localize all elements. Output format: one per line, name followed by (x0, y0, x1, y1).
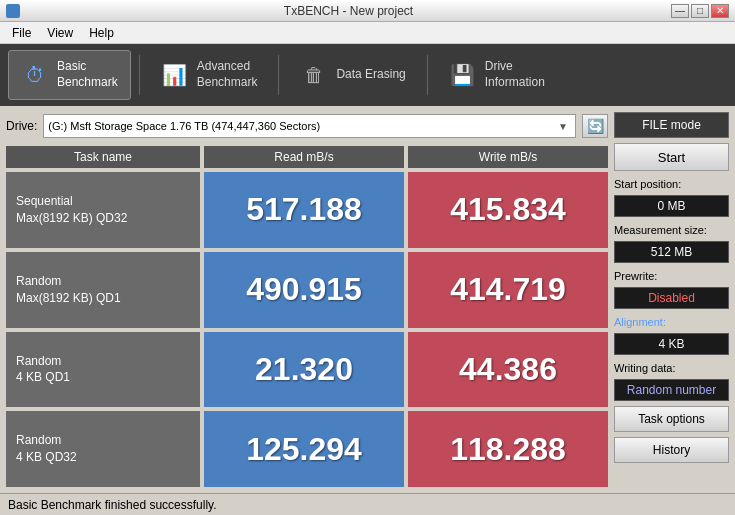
toolbar-drive-information[interactable]: 💾 DriveInformation (436, 50, 558, 100)
menu-bar: File View Help (0, 22, 735, 44)
start-button[interactable]: Start (614, 143, 729, 171)
chart-icon: 📊 (161, 61, 189, 89)
status-bar: Basic Benchmark finished successfully. (0, 493, 735, 515)
start-position-value: 0 MB (614, 195, 729, 217)
write-cell-3: 118.288 (408, 411, 608, 487)
col-header-write: Write mB/s (408, 146, 608, 168)
drive-row: Drive: (G:) Msft Storage Space 1.76 TB (… (6, 112, 608, 140)
read-cell-3: 125.294 (204, 411, 404, 487)
write-cell-1: 414.719 (408, 252, 608, 328)
alignment-value: 4 KB (614, 333, 729, 355)
col-header-read: Read mB/s (204, 146, 404, 168)
menu-help[interactable]: Help (81, 24, 122, 42)
minimize-button[interactable]: — (671, 4, 689, 18)
measurement-size-label: Measurement size: (614, 224, 729, 236)
drive-refresh-button[interactable]: 🔄 (582, 114, 608, 138)
drive-select[interactable]: (G:) Msft Storage Space 1.76 TB (474,447… (43, 114, 576, 138)
main-content: Drive: (G:) Msft Storage Space 1.76 TB (… (0, 106, 735, 493)
writing-data-label: Writing data: (614, 362, 729, 374)
task-cell-1: Random Max(8192 KB) QD1 (6, 252, 200, 328)
task-cell-0: Sequential Max(8192 KB) QD32 (6, 172, 200, 248)
table-row: Random Max(8192 KB) QD1 490.915 414.719 (6, 252, 608, 328)
table-body: Sequential Max(8192 KB) QD32 517.188 415… (6, 172, 608, 487)
maximize-button[interactable]: □ (691, 4, 709, 18)
drive-label: Drive: (6, 119, 37, 133)
benchmark-table: Task name Read mB/s Write mB/s Sequentia… (6, 146, 608, 487)
app-icon (6, 4, 20, 18)
col-header-task: Task name (6, 146, 200, 168)
start-position-label: Start position: (614, 178, 729, 190)
toolbar: ⏱ BasicBenchmark 📊 AdvancedBenchmark 🗑 D… (0, 44, 735, 106)
task-cell-3: Random 4 KB QD32 (6, 411, 200, 487)
measurement-size-value: 512 MB (614, 241, 729, 263)
left-panel: Drive: (G:) Msft Storage Space 1.76 TB (… (6, 112, 608, 487)
table-row: Random 4 KB QD1 21.320 44.386 (6, 332, 608, 408)
prewrite-value[interactable]: Disabled (614, 287, 729, 309)
window-controls: — □ ✕ (671, 4, 729, 18)
close-button[interactable]: ✕ (711, 4, 729, 18)
window-title: TxBENCH - New project (26, 4, 671, 18)
toolbar-drive-information-label: DriveInformation (485, 59, 545, 90)
erasing-icon: 🗑 (300, 61, 328, 89)
history-button[interactable]: History (614, 437, 729, 463)
status-message: Basic Benchmark finished successfully. (8, 498, 217, 512)
toolbar-basic-benchmark-label: BasicBenchmark (57, 59, 118, 90)
drive-icon: 💾 (449, 61, 477, 89)
writing-data-value[interactable]: Random number (614, 379, 729, 401)
task-options-button[interactable]: Task options (614, 406, 729, 432)
title-bar: TxBENCH - New project — □ ✕ (0, 0, 735, 22)
refresh-icon: 🔄 (587, 118, 604, 134)
prewrite-label: Prewrite: (614, 270, 729, 282)
menu-file[interactable]: File (4, 24, 39, 42)
chevron-down-icon: ▼ (555, 121, 571, 132)
toolbar-advanced-benchmark[interactable]: 📊 AdvancedBenchmark (148, 50, 271, 100)
file-mode-button[interactable]: FILE mode (614, 112, 729, 138)
toolbar-sep-3 (427, 55, 428, 95)
menu-view[interactable]: View (39, 24, 81, 42)
read-cell-1: 490.915 (204, 252, 404, 328)
table-header: Task name Read mB/s Write mB/s (6, 146, 608, 168)
table-row: Sequential Max(8192 KB) QD32 517.188 415… (6, 172, 608, 248)
write-cell-2: 44.386 (408, 332, 608, 408)
right-panel: FILE mode Start Start position: 0 MB Mea… (614, 112, 729, 487)
toolbar-data-erasing[interactable]: 🗑 Data Erasing (287, 50, 418, 100)
toolbar-sep-1 (139, 55, 140, 95)
read-cell-0: 517.188 (204, 172, 404, 248)
toolbar-data-erasing-label: Data Erasing (336, 67, 405, 83)
table-row: Random 4 KB QD32 125.294 118.288 (6, 411, 608, 487)
task-cell-2: Random 4 KB QD1 (6, 332, 200, 408)
toolbar-sep-2 (278, 55, 279, 95)
alignment-label: Alignment: (614, 316, 729, 328)
toolbar-advanced-benchmark-label: AdvancedBenchmark (197, 59, 258, 90)
write-cell-0: 415.834 (408, 172, 608, 248)
drive-select-value: (G:) Msft Storage Space 1.76 TB (474,447… (48, 120, 555, 132)
clock-icon: ⏱ (21, 61, 49, 89)
read-cell-2: 21.320 (204, 332, 404, 408)
toolbar-basic-benchmark[interactable]: ⏱ BasicBenchmark (8, 50, 131, 100)
